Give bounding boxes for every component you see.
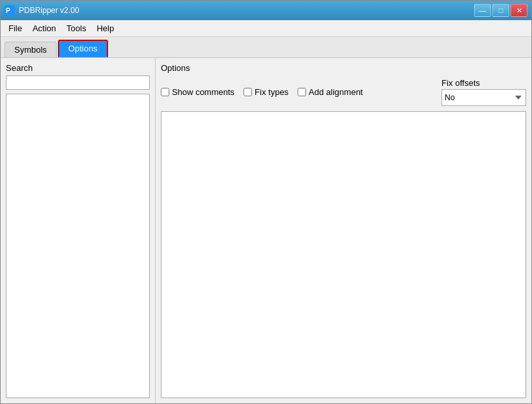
maximize-button[interactable]: □ [492, 4, 509, 17]
menu-bar: File Action Tools Help [1, 20, 531, 37]
search-input[interactable] [6, 75, 150, 90]
add-alignment-group: Add alignment [298, 87, 363, 97]
fix-types-label: Fix types [255, 87, 288, 97]
add-alignment-checkbox[interactable] [298, 88, 306, 96]
add-alignment-label: Add alignment [309, 87, 363, 97]
close-button[interactable]: ✕ [511, 4, 527, 17]
main-window: P PDBRipper v2.00 — □ ✕ File Action Tool… [0, 0, 532, 404]
tab-options[interactable]: Options [58, 40, 108, 57]
fix-types-checkbox[interactable] [244, 88, 252, 96]
search-label: Search [6, 63, 150, 73]
options-section-label: Options [161, 63, 526, 73]
show-comments-label: Show comments [172, 87, 234, 97]
show-comments-group: Show comments [161, 87, 234, 97]
tab-symbols[interactable]: Symbols [5, 42, 57, 57]
content-area [161, 111, 526, 398]
app-icon: P [5, 5, 15, 16]
show-comments-checkbox[interactable] [161, 88, 169, 96]
title-bar-controls: — □ ✕ [474, 4, 527, 17]
menu-action[interactable]: Action [27, 21, 61, 36]
symbols-list [6, 94, 150, 398]
title-bar-left: P PDBRipper v2.00 [5, 5, 79, 16]
minimize-button[interactable]: — [474, 4, 491, 17]
menu-help[interactable]: Help [91, 21, 119, 36]
svg-text:P: P [6, 7, 10, 14]
fix-offsets-group: Fix offsets No Yes [441, 78, 526, 106]
tab-bar: Symbols Options [1, 37, 531, 58]
right-panel: Options Show comments Fix types Add alig… [156, 58, 531, 403]
window-title: PDBRipper v2.00 [19, 6, 79, 15]
fix-types-group: Fix types [244, 87, 288, 97]
options-row: Show comments Fix types Add alignment Fi… [161, 78, 526, 106]
left-panel: Search [1, 58, 156, 403]
fix-offsets-label: Fix offsets [441, 78, 526, 88]
main-content: Search Options Show comments Fix types [1, 58, 531, 403]
fix-offsets-select[interactable]: No Yes [441, 89, 526, 106]
menu-tools[interactable]: Tools [61, 21, 91, 36]
menu-file[interactable]: File [3, 21, 27, 36]
title-bar: P PDBRipper v2.00 — □ ✕ [1, 1, 531, 20]
